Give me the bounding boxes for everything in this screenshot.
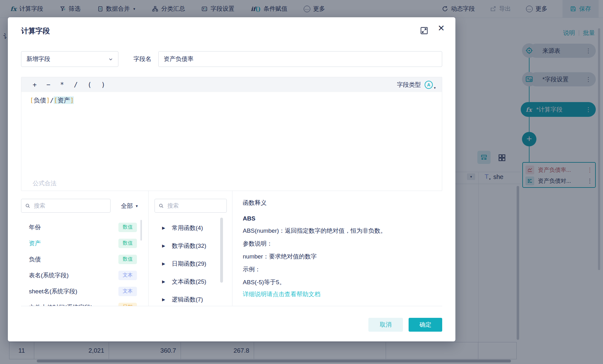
close-paren-button[interactable]: )	[101, 81, 105, 89]
open-paren-button[interactable]: (	[88, 81, 92, 89]
formula-token-field: 资产	[57, 96, 70, 104]
dialog-header: 计算字段	[21, 17, 442, 37]
function-group-math[interactable]: ▶ 数学函数(32)	[149, 237, 232, 255]
doc-panel-title: 函数释义	[243, 199, 442, 207]
field-type-label: 字段类型	[397, 81, 421, 89]
expand-triangle-icon: ▶	[162, 279, 165, 284]
field-type-badge: 数值	[118, 255, 137, 264]
chevron-down-icon: ▼	[433, 86, 436, 90]
formula-status: 公式合法	[21, 176, 442, 191]
search-icon	[25, 203, 30, 209]
dialog-panels: 全部 ▼ 年份 数值 资产 数值 负债 数值 表名(系统字段) 文本	[21, 191, 442, 306]
doc-line: ABS(-5)等于5。	[243, 274, 442, 286]
search-icon	[159, 203, 164, 209]
fields-search-input[interactable]	[33, 202, 106, 209]
doc-line: ABS(number)：返回指定数字的绝对值，恒为非负数。	[243, 222, 442, 235]
functions-search-input[interactable]	[167, 202, 223, 209]
function-group-common[interactable]: ▶ 常用函数(4)	[149, 219, 232, 237]
functions-search-box[interactable]	[155, 199, 227, 213]
expand-triangle-icon: ▶	[162, 243, 165, 248]
field-type-badge: 数值	[118, 239, 137, 248]
formula-token-bracket: [	[54, 96, 57, 104]
field-item-table-name[interactable]: 表名(系统字段) 文本	[21, 267, 148, 283]
function-group-label: 常用函数(4)	[172, 224, 203, 232]
field-name: 表名(系统字段)	[29, 271, 69, 280]
function-group-label: 逻辑函数(7)	[172, 296, 203, 304]
expand-triangle-icon: ▶	[162, 297, 165, 302]
function-group-text[interactable]: ▶ 文本函数(25)	[149, 273, 232, 291]
formula-token-field: 负债	[34, 96, 46, 104]
formula-token-operator: /	[50, 96, 54, 104]
field-name: 资产	[29, 239, 41, 247]
function-doc-panel: 函数释义 ABS ABS(number)：返回指定数字的绝对值，恒为非负数。 参…	[232, 191, 442, 306]
function-group-label: 日期函数(29)	[172, 260, 206, 268]
fields-search-box[interactable]	[21, 199, 111, 213]
field-type-badge: 文本	[118, 287, 137, 296]
functions-scrollbar[interactable]	[220, 218, 223, 283]
function-group-date[interactable]: ▶ 日期函数(29)	[149, 255, 232, 273]
field-item-assets[interactable]: 资产 数值	[21, 235, 148, 251]
function-group-label: 数学函数(32)	[172, 242, 206, 250]
formula-token-bracket: [	[30, 96, 34, 104]
formula-token-bracket: ]	[46, 96, 50, 104]
field-name: 年份	[29, 223, 41, 231]
field-name: 负债	[29, 255, 41, 263]
field-type-auto-icon: A	[425, 81, 433, 89]
field-item-liabilities[interactable]: 负债 数值	[21, 251, 148, 267]
field-name: sheet名(系统字段)	[29, 287, 77, 296]
chevron-down-icon: ▼	[135, 204, 139, 208]
dialog-field-row: 新增字段 字段名	[21, 51, 442, 67]
fields-scrollbar[interactable]	[140, 220, 142, 241]
field-type-badge: 文本	[118, 271, 137, 280]
formula-token-bracket: ]	[70, 96, 74, 104]
formula-input-area[interactable]: [负债]/[资产]	[21, 92, 442, 176]
field-name-input[interactable]	[158, 51, 442, 67]
field-type-badge: 数值	[118, 223, 137, 232]
calc-field-dialog: 计算字段 ✕ 新增字段 字段名 + − * / ( ) 字段类型	[8, 17, 455, 341]
fields-filter-dropdown[interactable]: 全部 ▼	[121, 202, 139, 210]
doc-line: 示例：	[243, 261, 442, 274]
field-list: 年份 数值 资产 数值 负债 数值 表名(系统字段) 文本 sheet名(系统字…	[21, 219, 148, 306]
field-mode-select[interactable]: 新增字段	[21, 51, 118, 67]
help-doc-link[interactable]: 详细说明请点击查看帮助文档	[243, 290, 442, 298]
field-mode-value: 新增字段	[26, 55, 50, 63]
fields-filter-value: 全部	[121, 202, 133, 210]
fields-panel: 全部 ▼ 年份 数值 资产 数值 负债 数值 表名(系统字段) 文本	[21, 191, 149, 306]
expand-button[interactable]	[420, 26, 428, 35]
close-icon[interactable]: ✕	[437, 24, 445, 33]
dialog-footer: 取消 确定	[21, 306, 442, 332]
field-name: 文件上传时间(系统字段)	[29, 303, 93, 306]
field-type-control[interactable]: 字段类型 A ▼	[397, 81, 436, 89]
confirm-button[interactable]: 确定	[409, 318, 442, 332]
cancel-button[interactable]: 取消	[368, 318, 403, 332]
field-name-label: 字段名	[133, 55, 151, 63]
doc-function-name: ABS	[243, 215, 442, 222]
expand-triangle-icon: ▶	[162, 261, 165, 266]
field-type-badge: 日期	[118, 303, 137, 306]
divide-operator-button[interactable]: /	[74, 81, 78, 89]
minus-operator-button[interactable]: −	[46, 81, 51, 89]
plus-operator-button[interactable]: +	[33, 81, 37, 89]
chevron-down-icon	[108, 57, 113, 62]
field-item-upload-time[interactable]: 文件上传时间(系统字段) 日期	[21, 299, 148, 306]
function-group-logic[interactable]: ▶ 逻辑函数(7)	[149, 291, 232, 306]
dialog-title: 计算字段	[21, 27, 50, 35]
function-group-label: 文本函数(25)	[172, 278, 206, 286]
multiply-operator-button[interactable]: *	[60, 81, 64, 89]
operator-toolbar: + − * / ( ) 字段类型 A ▼	[21, 77, 442, 92]
doc-line: number：要求绝对值的数字	[243, 248, 442, 261]
doc-line: 参数说明：	[243, 235, 442, 248]
formula-editor-box: + − * / ( ) 字段类型 A ▼ [负债]/[资产] 公式合法	[21, 77, 442, 191]
function-group-list: ▶ 常用函数(4) ▶ 数学函数(32) ▶ 日期函数(29) ▶ 文本函数(2…	[149, 219, 232, 306]
field-item-sheet-name[interactable]: sheet名(系统字段) 文本	[21, 283, 148, 299]
field-item-year[interactable]: 年份 数值	[21, 219, 148, 235]
expand-triangle-icon: ▶	[162, 225, 165, 230]
functions-panel: ▶ 常用函数(4) ▶ 数学函数(32) ▶ 日期函数(29) ▶ 文本函数(2…	[149, 191, 232, 306]
